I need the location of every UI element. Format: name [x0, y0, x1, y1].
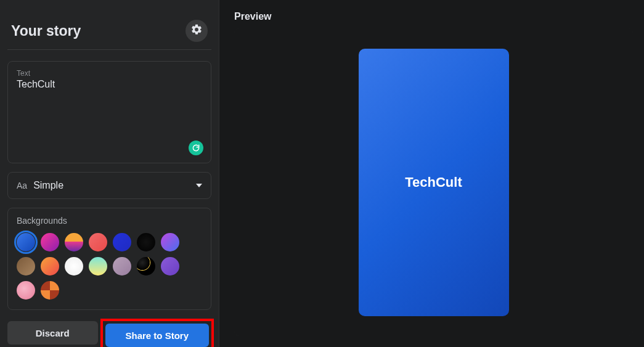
background-swatch[interactable]: [41, 233, 59, 251]
background-swatch[interactable]: [17, 257, 35, 276]
background-swatch[interactable]: [65, 257, 83, 276]
background-swatch[interactable]: [137, 257, 155, 276]
background-swatch[interactable]: [17, 233, 35, 251]
share-highlight: Share to Story: [100, 319, 214, 347]
font-style-label: Simple: [33, 180, 63, 191]
backgrounds-label: Backgrounds: [17, 216, 202, 226]
page-title: Your story: [11, 23, 81, 39]
font-style-select[interactable]: Aa Simple: [7, 172, 211, 199]
settings-button[interactable]: [185, 20, 208, 42]
chevron-down-icon: [196, 184, 202, 187]
text-field-label: Text: [17, 69, 202, 78]
preview-container: TechCult: [234, 28, 633, 336]
preview-label: Preview: [234, 11, 633, 22]
story-stage: TechCult: [234, 28, 633, 336]
story-text-input[interactable]: [17, 79, 202, 153]
sidebar-header: Your story: [7, 6, 211, 50]
backgrounds-card: Backgrounds: [7, 208, 211, 310]
background-swatch[interactable]: [113, 257, 131, 276]
grammarly-icon[interactable]: [189, 141, 203, 155]
background-swatch[interactable]: [113, 233, 131, 251]
gear-icon: [190, 23, 203, 38]
story-preview-card[interactable]: TechCult: [359, 49, 509, 316]
discard-button[interactable]: Discard: [7, 321, 98, 345]
story-text-card: Text: [7, 61, 211, 163]
background-swatch[interactable]: [65, 233, 83, 251]
preview-panel: Preview TechCult: [219, 0, 644, 347]
background-swatch[interactable]: [89, 233, 107, 251]
background-swatch[interactable]: [41, 281, 59, 300]
background-swatch[interactable]: [161, 257, 179, 276]
background-swatch[interactable]: [41, 257, 59, 276]
action-row: Discard Share to Story: [7, 319, 211, 347]
sidebar: Your story Text Aa Simple Backgrounds Di…: [0, 0, 219, 347]
background-swatches: [17, 233, 202, 300]
font-aa-icon: Aa: [17, 181, 27, 190]
share-to-story-button[interactable]: Share to Story: [105, 324, 209, 347]
background-swatch[interactable]: [137, 233, 155, 251]
background-swatch[interactable]: [89, 257, 107, 276]
story-preview-text: TechCult: [405, 174, 462, 190]
background-swatch[interactable]: [161, 233, 179, 251]
background-swatch[interactable]: [17, 281, 35, 300]
